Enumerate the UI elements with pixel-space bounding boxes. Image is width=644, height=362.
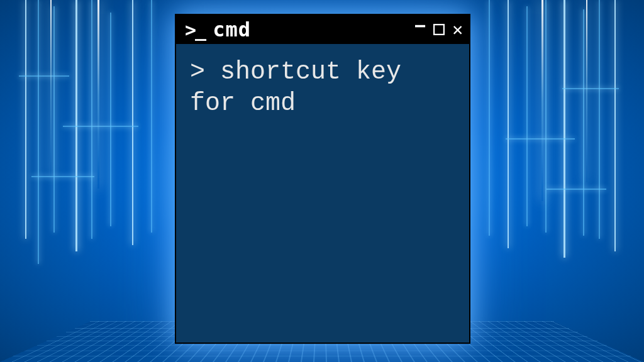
svg-rect-0 [434, 25, 444, 35]
terminal-window: >_ cmd − ✕ > shortcut key for cmd [175, 14, 470, 344]
window-title: cmd [213, 18, 414, 41]
maximize-icon [433, 24, 445, 35]
terminal-icon: >_ [185, 19, 205, 41]
close-button[interactable]: ✕ [452, 21, 463, 38]
command-text: shortcut key for cmd [190, 58, 401, 118]
prompt-symbol: > [190, 58, 205, 86]
terminal-body[interactable]: > shortcut key for cmd [176, 44, 469, 132]
maximize-button[interactable] [433, 21, 445, 38]
window-titlebar[interactable]: >_ cmd − ✕ [176, 15, 469, 44]
minimize-button[interactable]: − [414, 16, 426, 35]
window-controls: − ✕ [414, 20, 463, 39]
